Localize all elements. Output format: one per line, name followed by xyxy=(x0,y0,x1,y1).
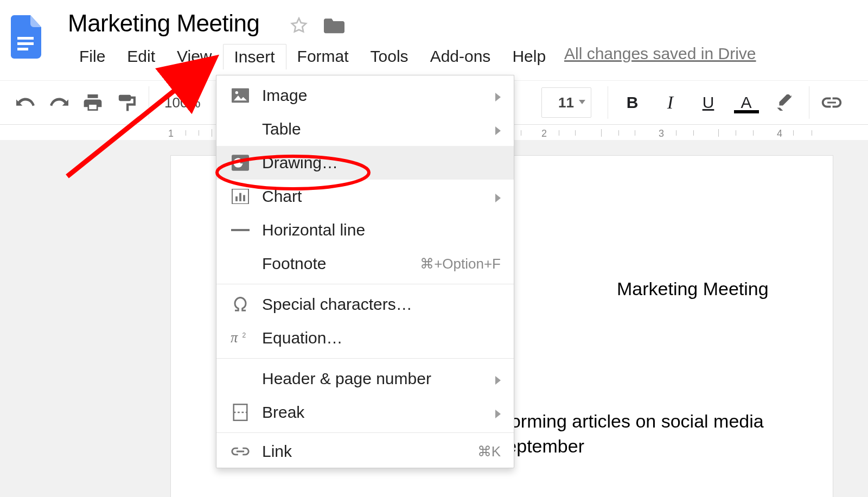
image-icon xyxy=(228,85,252,106)
insert-header-page-number[interactable]: Header & page number xyxy=(216,362,514,396)
menu-addons[interactable]: Add-ons xyxy=(419,44,502,69)
omega-icon xyxy=(228,294,252,315)
svg-text:2: 2 xyxy=(242,332,246,339)
dd-label: Image xyxy=(262,86,502,105)
insert-link-button[interactable] xyxy=(815,86,848,119)
svg-rect-2 xyxy=(17,48,28,50)
print-button[interactable] xyxy=(76,86,110,119)
page-break-icon xyxy=(228,402,252,423)
ruler-mark-4: 4 xyxy=(777,128,782,139)
bold-button[interactable]: B xyxy=(614,86,652,119)
italic-button[interactable]: I xyxy=(652,86,690,119)
hline-icon xyxy=(228,220,252,240)
insert-break[interactable]: Break xyxy=(216,396,514,429)
insert-table[interactable]: Table xyxy=(216,112,514,146)
menu-divider xyxy=(216,284,514,284)
body-line: or September xyxy=(473,434,764,458)
dd-label: Drawing… xyxy=(262,154,502,172)
dd-shortcut: ⌘K xyxy=(477,443,501,460)
folder-icon[interactable] xyxy=(324,16,344,37)
menu-tools[interactable]: Tools xyxy=(360,44,419,69)
svg-text:π: π xyxy=(231,330,238,346)
menu-file[interactable]: File xyxy=(68,44,116,69)
highlight-button[interactable] xyxy=(765,86,803,119)
svg-rect-10 xyxy=(239,193,241,201)
svg-rect-9 xyxy=(235,196,238,201)
ruler-mark-3: 3 xyxy=(659,128,664,139)
dd-label: Header & page number xyxy=(262,369,502,388)
docs-logo[interactable] xyxy=(11,15,41,59)
svg-rect-11 xyxy=(243,195,245,201)
menu-help[interactable]: Help xyxy=(501,44,557,69)
menu-bar: File Edit View Insert Format Tools Add-o… xyxy=(68,43,557,69)
drawing-icon xyxy=(228,152,252,173)
svg-point-4 xyxy=(235,91,238,94)
text-color-glyph: A xyxy=(741,93,751,112)
blank-icon xyxy=(228,253,252,274)
insert-chart[interactable]: Chart xyxy=(216,180,514,213)
dd-label: Link xyxy=(262,442,502,461)
svg-rect-12 xyxy=(231,229,250,231)
insert-horizontal-line[interactable]: Horizontal line xyxy=(216,213,514,247)
svg-rect-1 xyxy=(17,42,34,45)
dd-shortcut: ⌘+Option+F xyxy=(420,256,501,272)
ruler-mark-2: 2 xyxy=(541,128,547,139)
text-color-swatch xyxy=(734,110,759,113)
menu-edit[interactable]: Edit xyxy=(116,44,166,69)
page-body[interactable]: s -performing articles on social media o… xyxy=(473,384,764,458)
blank-icon xyxy=(228,119,252,139)
font-size-selector[interactable]: 11 xyxy=(541,87,591,118)
pi-icon: π2 xyxy=(228,328,252,348)
dd-label: Special characters… xyxy=(262,295,502,314)
menu-view[interactable]: View xyxy=(166,44,222,69)
dd-label: Table xyxy=(262,120,502,138)
menu-insert[interactable]: Insert xyxy=(223,44,286,69)
dd-label: Chart xyxy=(262,187,502,206)
undo-button[interactable] xyxy=(9,86,42,119)
text-color-button[interactable]: A xyxy=(727,86,765,119)
document-title[interactable]: Marketing Meeting xyxy=(68,10,259,37)
underline-button[interactable]: U xyxy=(690,86,727,119)
paint-format-button[interactable] xyxy=(110,86,143,119)
chart-icon xyxy=(228,186,252,207)
body-line: -performing articles on social media xyxy=(473,409,764,434)
menu-format[interactable]: Format xyxy=(286,44,360,69)
page-heading[interactable]: Marketing Meeting xyxy=(617,278,769,300)
menu-divider xyxy=(216,358,514,359)
blank-icon xyxy=(228,368,252,389)
insert-dropdown: Image Table Drawing… Chart Horizontal li… xyxy=(216,75,514,468)
insert-footnote[interactable]: Footnote ⌘+Option+F xyxy=(216,247,514,281)
star-icon[interactable] xyxy=(290,17,308,36)
save-status[interactable]: All changes saved in Drive xyxy=(564,44,756,63)
insert-equation[interactable]: π2 Equation… xyxy=(216,321,514,355)
body-line: s xyxy=(473,384,764,409)
ruler-mark-1: 1 xyxy=(168,128,174,139)
link-icon xyxy=(228,441,252,462)
insert-link[interactable]: Link ⌘K xyxy=(216,436,514,467)
dd-label: Break xyxy=(262,403,502,422)
dd-label: Equation… xyxy=(262,329,502,347)
svg-rect-0 xyxy=(17,37,34,40)
insert-special-characters[interactable]: Special characters… xyxy=(216,288,514,321)
zoom-selector[interactable]: 100% xyxy=(155,86,210,119)
font-size-value: 11 xyxy=(558,94,574,111)
insert-image[interactable]: Image xyxy=(216,79,514,112)
dd-label: Horizontal line xyxy=(262,221,502,239)
redo-button[interactable] xyxy=(42,86,76,119)
menu-divider xyxy=(216,432,514,433)
insert-drawing[interactable]: Drawing… xyxy=(216,146,514,180)
svg-rect-7 xyxy=(240,157,247,163)
